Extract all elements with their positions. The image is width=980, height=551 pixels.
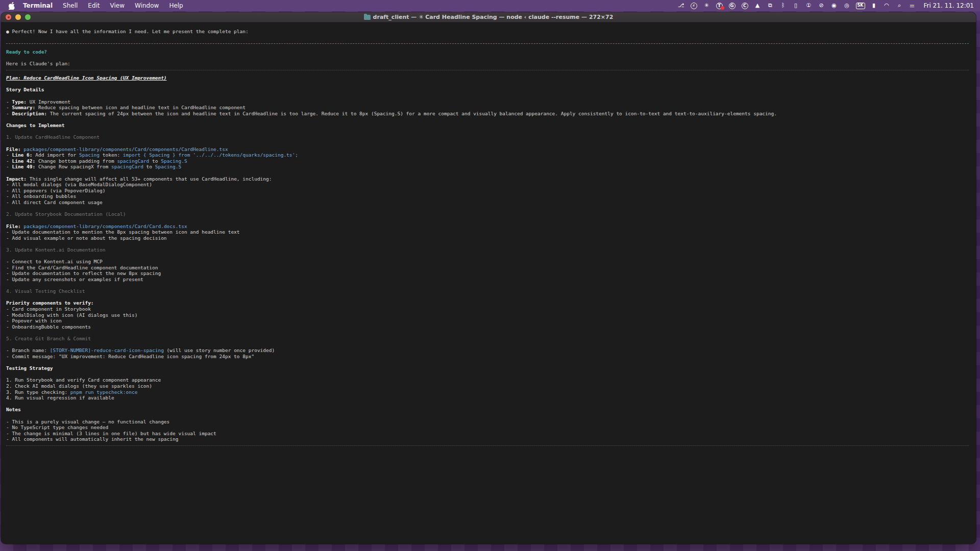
terminal-line: Changes to Implement bbox=[6, 122, 971, 129]
lightning-circle-icon[interactable]: ⚡ bbox=[689, 0, 699, 11]
sk-badge-icon-glyph: SK bbox=[856, 3, 865, 9]
terminal-blank-line bbox=[6, 342, 971, 348]
terminal-text-segment: Line 42: bbox=[12, 158, 35, 164]
cleanshot-icon-glyph: C bbox=[742, 3, 748, 9]
control-center-icon[interactable]: ⚌ bbox=[907, 0, 918, 11]
terminal-text-segment: spacingCard bbox=[111, 164, 143, 169]
git-branch-icon-glyph: ⎇ bbox=[678, 0, 684, 11]
terminal-text-segment: 3. Run type checking: bbox=[6, 389, 70, 395]
play-circle-icon[interactable]: ◉ bbox=[829, 0, 840, 11]
terminal-blank-line bbox=[6, 117, 971, 123]
terminal-text-segment: - All components will automatically inhe… bbox=[6, 436, 178, 442]
terminal-line: - All popovers (via PopoverDialog) bbox=[6, 188, 971, 194]
terminal-text-segment: - All onboarding bubbles bbox=[6, 193, 76, 199]
terminal-line: 4. Run visual regression if available bbox=[6, 395, 971, 401]
mic-muted-icon[interactable]: ⊘ bbox=[816, 0, 827, 11]
window-title-bar[interactable]: draft_client — ✳ Card Headline Spacing —… bbox=[1, 12, 976, 22]
wifi-icon[interactable]: ◠ bbox=[881, 0, 892, 11]
terminal-text-segment: Priority components to verify: bbox=[6, 300, 94, 306]
terminal-line: - Connect to Kontent.ai using MCP bbox=[6, 259, 971, 265]
terminal-line: 1. Run Storybook and verify Card compone… bbox=[6, 377, 971, 383]
git-branch-icon[interactable]: ⎇ bbox=[676, 0, 687, 11]
terminal-line: Plan: Reduce CardHeadline Icon Spacing (… bbox=[6, 75, 971, 81]
terminal-blank-line bbox=[6, 413, 971, 419]
menu-bar-clock[interactable]: Fri 21. 11. 12:01 bbox=[920, 2, 974, 9]
menu-item-shell[interactable]: Shell bbox=[58, 0, 82, 11]
apple-menu[interactable] bbox=[6, 2, 17, 10]
window-layout-icon[interactable]: ⧉ bbox=[765, 0, 776, 11]
terminal-text-segment: Testing Strategy bbox=[6, 365, 53, 371]
terminal-line: Testing Strategy bbox=[6, 365, 971, 371]
terminal-line: - Update documentation to reflect the ne… bbox=[6, 270, 971, 277]
terminal-text-segment: 2. Check AI modal dialogs (they use spar… bbox=[6, 383, 152, 389]
terminal-window: draft_client — ✳ Card Headline Spacing —… bbox=[1, 12, 976, 544]
menu-item-window[interactable]: Window bbox=[130, 0, 163, 11]
terminal-text-segment: - Update any screenshots or examples if … bbox=[6, 277, 143, 282]
close-button[interactable] bbox=[6, 14, 11, 20]
folder-icon bbox=[364, 15, 371, 20]
terminal-line: Notes bbox=[6, 407, 971, 413]
terminal-text-segment: - bbox=[6, 164, 12, 169]
terminal-text-segment: packages/component-library/components/Ca… bbox=[23, 223, 187, 229]
menu-bar-status-area: ⎇⚡✳TGC▲⧉ᛒ▯①⊘◉◎SK▮◠⌕⚌Fri 21. 11. 12:01 bbox=[676, 0, 974, 11]
terminal-line: - Popover with icon bbox=[6, 318, 971, 324]
menu-item-view[interactable]: View bbox=[106, 0, 129, 11]
grammarly-icon[interactable]: G bbox=[727, 0, 738, 11]
battery-app-icon[interactable]: ▯ bbox=[791, 0, 801, 11]
window-layout-icon-glyph: ⧉ bbox=[768, 0, 772, 11]
search-icon[interactable]: ⌕ bbox=[894, 0, 905, 11]
window-controls bbox=[1, 14, 31, 20]
terminal-line: - Description: The current spacing of 24… bbox=[6, 111, 971, 117]
wifi-icon-glyph: ◠ bbox=[884, 0, 889, 11]
user-circle-icon[interactable]: ◎ bbox=[842, 0, 852, 11]
terminal-viewport[interactable]: ● Perfect! Now I have all the informatio… bbox=[1, 22, 976, 544]
terminal-line: Ready to code? bbox=[6, 49, 971, 55]
terminal-text-segment: The current spacing of 24px between the … bbox=[47, 111, 777, 116]
terminal-line: 3. Update Kontent.ai Documentation bbox=[6, 247, 971, 253]
terminal-text-segment: Reduce spacing between icon and headline… bbox=[35, 105, 246, 110]
terminal-text-segment: Line 6: bbox=[12, 152, 32, 158]
terminal-text-segment: Line 49: bbox=[12, 164, 35, 169]
info-circle-icon[interactable]: ① bbox=[803, 0, 814, 11]
openai-icon[interactable]: ✳ bbox=[701, 0, 712, 11]
terminal-line: - Add visual example or note about the s… bbox=[6, 235, 971, 241]
terminal-line: - All modal dialogs (via BaseModalDialog… bbox=[6, 182, 971, 188]
terminal-text-segment: Story Details bbox=[6, 87, 44, 92]
terminal-text-segment: Add import for bbox=[33, 152, 80, 158]
menu-item-edit[interactable]: Edit bbox=[83, 0, 104, 11]
minimize-button[interactable] bbox=[15, 14, 21, 20]
terminal-line: - Branch name: [STORY-NUMBER]-reduce-car… bbox=[6, 347, 971, 354]
terminal-line: - All components will automatically inhe… bbox=[6, 436, 971, 442]
bluetooth-icon-glyph: ᛒ bbox=[781, 0, 785, 11]
cleanshot-icon[interactable]: C bbox=[740, 0, 750, 11]
text-app-icon[interactable]: T bbox=[714, 0, 725, 11]
terminal-line: - Line 49: Change Row spacingX from spac… bbox=[6, 164, 971, 170]
terminal-line: - Summary: Reduce spacing between icon a… bbox=[6, 105, 971, 111]
terminal-text-segment: - Connect to Kontent.ai using MCP bbox=[6, 259, 103, 264]
terminal-blank-line bbox=[6, 170, 971, 176]
terminal-text-segment: to bbox=[143, 164, 155, 169]
terminal-text-segment: spacingCard bbox=[117, 158, 149, 164]
terminal-text-segment: - All modal dialogs (via BaseModalDialog… bbox=[6, 182, 152, 187]
apple-logo-icon bbox=[9, 2, 15, 10]
terminal-blank-line bbox=[6, 294, 971, 300]
zoom-button[interactable] bbox=[25, 14, 31, 20]
terminal-text-segment: - This is a purely visual change — no fu… bbox=[6, 419, 169, 424]
terminal-blank-line bbox=[6, 283, 971, 289]
terminal-text-segment: Notes bbox=[6, 407, 21, 412]
bluetooth-icon[interactable]: ᛒ bbox=[778, 0, 789, 11]
menu-item-help[interactable]: Help bbox=[164, 0, 187, 11]
sk-badge-icon[interactable]: SK bbox=[854, 0, 867, 11]
battery-icon[interactable]: ▮ bbox=[869, 0, 879, 11]
lightning-circle-icon-glyph: ⚡ bbox=[691, 3, 697, 9]
terminal-line: File: packages/component-library/compone… bbox=[6, 146, 971, 153]
terminal-text-segment: - bbox=[6, 152, 12, 158]
terminal-separator-teal bbox=[6, 43, 969, 49]
terminal-line: File: packages/component-library/compone… bbox=[6, 223, 971, 230]
terminal-text-segment: 2. Update Storybook Documentation (Local… bbox=[6, 211, 126, 217]
terminal-text-segment: - bbox=[6, 105, 12, 110]
terminal-line: Priority components to verify: bbox=[6, 300, 971, 306]
vercel-icon[interactable]: ▲ bbox=[752, 0, 763, 11]
menu-item-terminal[interactable]: Terminal bbox=[18, 0, 57, 11]
terminal-line: - Commit message: "UX improvement: Reduc… bbox=[6, 354, 971, 360]
